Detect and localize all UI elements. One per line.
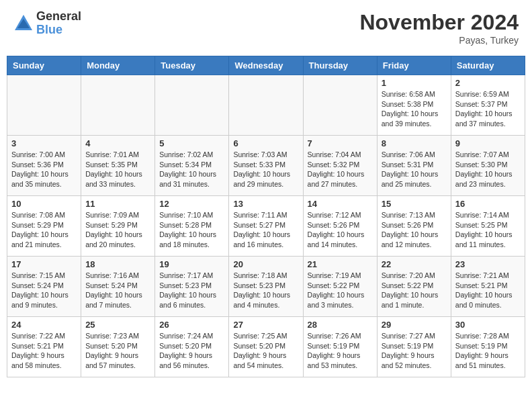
day-number: 20 (233, 259, 298, 269)
calendar-cell: 3Sunrise: 7:00 AMSunset: 5:36 PMDaylight… (7, 136, 81, 196)
logo-general-text: General (36, 10, 81, 24)
day-number: 2 (455, 78, 521, 88)
day-number: 14 (308, 199, 373, 209)
day-info: Sunrise: 7:23 AMSunset: 5:20 PMDaylight:… (85, 331, 150, 371)
column-header-thursday: Thursday (303, 56, 377, 75)
day-info: Sunrise: 7:10 AMSunset: 5:28 PMDaylight:… (159, 210, 224, 250)
day-info: Sunrise: 7:15 AMSunset: 5:24 PMDaylight:… (11, 271, 77, 310)
calendar-cell: 30Sunrise: 7:28 AMSunset: 5:19 PMDayligh… (451, 317, 525, 377)
calendar-cell (229, 75, 303, 136)
title-block: November 2024 Payas, Turkey (359, 10, 519, 46)
day-info: Sunrise: 7:00 AMSunset: 5:36 PMDaylight:… (11, 150, 77, 189)
day-info: Sunrise: 7:18 AMSunset: 5:23 PMDaylight:… (233, 271, 298, 310)
day-number: 4 (85, 138, 150, 148)
calendar-cell: 8Sunrise: 7:06 AMSunset: 5:31 PMDaylight… (377, 136, 451, 196)
day-info: Sunrise: 7:28 AMSunset: 5:19 PMDaylight:… (455, 331, 521, 371)
column-header-monday: Monday (81, 56, 155, 75)
day-info: Sunrise: 7:04 AMSunset: 5:32 PMDaylight:… (308, 150, 373, 189)
logo-text: General Blue (36, 10, 81, 37)
calendar-cell: 12Sunrise: 7:10 AMSunset: 5:28 PMDayligh… (155, 196, 229, 257)
calendar-cell: 9Sunrise: 7:07 AMSunset: 5:30 PMDaylight… (451, 136, 525, 196)
day-info: Sunrise: 7:12 AMSunset: 5:26 PMDaylight:… (308, 210, 373, 250)
calendar-cell: 5Sunrise: 7:02 AMSunset: 5:34 PMDaylight… (155, 136, 229, 196)
calendar-week-row: 24Sunrise: 7:22 AMSunset: 5:21 PMDayligh… (7, 317, 525, 377)
day-info: Sunrise: 7:25 AMSunset: 5:20 PMDaylight:… (233, 331, 298, 371)
calendar-cell: 29Sunrise: 7:27 AMSunset: 5:19 PMDayligh… (377, 317, 451, 377)
column-header-sunday: Sunday (7, 56, 81, 75)
day-info: Sunrise: 7:07 AMSunset: 5:30 PMDaylight:… (455, 150, 521, 189)
calendar-cell: 23Sunrise: 7:21 AMSunset: 5:21 PMDayligh… (451, 257, 525, 317)
day-info: Sunrise: 7:26 AMSunset: 5:19 PMDaylight:… (308, 331, 373, 371)
logo-blue-text: Blue (36, 24, 81, 37)
day-number: 7 (308, 138, 373, 148)
calendar-cell: 13Sunrise: 7:11 AMSunset: 5:27 PMDayligh… (229, 196, 303, 257)
calendar-cell: 22Sunrise: 7:20 AMSunset: 5:22 PMDayligh… (377, 257, 451, 317)
calendar-cell: 6Sunrise: 7:03 AMSunset: 5:33 PMDaylight… (229, 136, 303, 196)
day-info: Sunrise: 6:59 AMSunset: 5:37 PMDaylight:… (455, 89, 521, 129)
day-number: 11 (85, 199, 150, 209)
day-info: Sunrise: 7:16 AMSunset: 5:24 PMDaylight:… (85, 271, 150, 310)
calendar-cell: 20Sunrise: 7:18 AMSunset: 5:23 PMDayligh… (229, 257, 303, 317)
day-info: Sunrise: 7:08 AMSunset: 5:29 PMDaylight:… (11, 210, 77, 250)
column-header-wednesday: Wednesday (229, 56, 303, 75)
day-number: 16 (455, 199, 521, 209)
calendar-cell (81, 75, 155, 136)
calendar-cell: 18Sunrise: 7:16 AMSunset: 5:24 PMDayligh… (81, 257, 155, 317)
calendar-week-row: 17Sunrise: 7:15 AMSunset: 5:24 PMDayligh… (7, 257, 525, 317)
calendar-cell: 16Sunrise: 7:14 AMSunset: 5:25 PMDayligh… (451, 196, 525, 257)
day-info: Sunrise: 6:58 AMSunset: 5:38 PMDaylight:… (382, 89, 447, 129)
day-info: Sunrise: 7:21 AMSunset: 5:21 PMDaylight:… (455, 271, 521, 310)
column-header-friday: Friday (377, 56, 451, 75)
calendar-cell: 24Sunrise: 7:22 AMSunset: 5:21 PMDayligh… (7, 317, 81, 377)
calendar-cell (155, 75, 229, 136)
calendar-cell: 11Sunrise: 7:09 AMSunset: 5:29 PMDayligh… (81, 196, 155, 257)
day-number: 9 (455, 138, 521, 148)
day-number: 8 (382, 138, 447, 148)
calendar-cell (7, 75, 81, 136)
day-number: 12 (159, 199, 224, 209)
day-number: 23 (455, 259, 521, 269)
day-number: 5 (159, 138, 224, 148)
calendar-cell: 21Sunrise: 7:19 AMSunset: 5:22 PMDayligh… (303, 257, 377, 317)
calendar-week-row: 1Sunrise: 6:58 AMSunset: 5:38 PMDaylight… (7, 75, 525, 136)
day-number: 30 (455, 320, 521, 330)
calendar-header-row: SundayMondayTuesdayWednesdayThursdayFrid… (7, 56, 525, 75)
day-number: 1 (382, 78, 447, 88)
calendar-cell: 7Sunrise: 7:04 AMSunset: 5:32 PMDaylight… (303, 136, 377, 196)
day-number: 22 (382, 259, 447, 269)
day-info: Sunrise: 7:24 AMSunset: 5:20 PMDaylight:… (159, 331, 224, 371)
day-info: Sunrise: 7:02 AMSunset: 5:34 PMDaylight:… (159, 150, 224, 189)
day-number: 19 (159, 259, 224, 269)
day-number: 10 (11, 199, 77, 209)
calendar-cell: 26Sunrise: 7:24 AMSunset: 5:20 PMDayligh… (155, 317, 229, 377)
day-info: Sunrise: 7:22 AMSunset: 5:21 PMDaylight:… (11, 331, 77, 371)
day-number: 17 (11, 259, 77, 269)
day-info: Sunrise: 7:20 AMSunset: 5:22 PMDaylight:… (382, 271, 447, 310)
page-header: General Blue November 2024 Payas, Turkey (7, 7, 525, 49)
day-info: Sunrise: 7:09 AMSunset: 5:29 PMDaylight:… (85, 210, 150, 250)
calendar-cell: 10Sunrise: 7:08 AMSunset: 5:29 PMDayligh… (7, 196, 81, 257)
calendar-cell: 25Sunrise: 7:23 AMSunset: 5:20 PMDayligh… (81, 317, 155, 377)
day-number: 24 (11, 320, 77, 330)
calendar-cell: 2Sunrise: 6:59 AMSunset: 5:37 PMDaylight… (451, 75, 525, 136)
day-number: 18 (85, 259, 150, 269)
day-number: 6 (233, 138, 298, 148)
calendar-cell: 14Sunrise: 7:12 AMSunset: 5:26 PMDayligh… (303, 196, 377, 257)
calendar-cell: 1Sunrise: 6:58 AMSunset: 5:38 PMDaylight… (377, 75, 451, 136)
day-number: 26 (159, 320, 224, 330)
calendar-cell: 15Sunrise: 7:13 AMSunset: 5:26 PMDayligh… (377, 196, 451, 257)
day-info: Sunrise: 7:27 AMSunset: 5:19 PMDaylight:… (382, 331, 447, 371)
day-info: Sunrise: 7:01 AMSunset: 5:35 PMDaylight:… (85, 150, 150, 189)
day-number: 29 (382, 320, 447, 330)
calendar-table: SundayMondayTuesdayWednesdayThursdayFrid… (7, 56, 525, 377)
day-info: Sunrise: 7:19 AMSunset: 5:22 PMDaylight:… (308, 271, 373, 310)
day-number: 28 (308, 320, 373, 330)
calendar-cell (303, 75, 377, 136)
calendar-cell: 28Sunrise: 7:26 AMSunset: 5:19 PMDayligh… (303, 317, 377, 377)
calendar-week-row: 3Sunrise: 7:00 AMSunset: 5:36 PMDaylight… (7, 136, 525, 196)
column-header-tuesday: Tuesday (155, 56, 229, 75)
logo: General Blue (13, 10, 81, 37)
calendar-cell: 4Sunrise: 7:01 AMSunset: 5:35 PMDaylight… (81, 136, 155, 196)
day-info: Sunrise: 7:06 AMSunset: 5:31 PMDaylight:… (382, 150, 447, 189)
day-number: 3 (11, 138, 77, 148)
